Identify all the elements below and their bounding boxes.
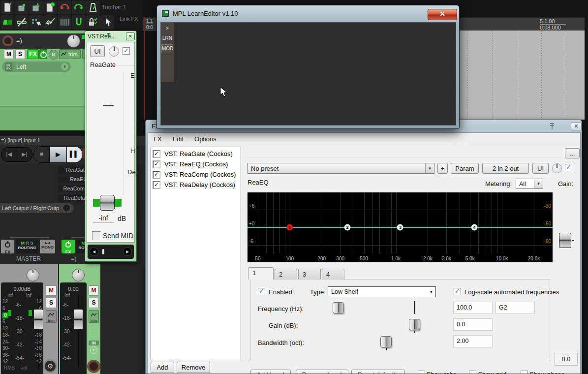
add-fx-button[interactable]: Add — [151, 362, 174, 373]
send-knob[interactable] — [62, 204, 71, 212]
pause-button[interactable]: ▌▌ — [66, 147, 82, 162]
fx-chain-item[interactable]: ✓VST: ReaDelay (Cockos) — [151, 180, 241, 190]
track-env-button[interactable]: ⌐ — [89, 327, 99, 337]
mpl-sidebar-lrn[interactable]: LRN — [161, 34, 173, 42]
play-button[interactable]: ▶ — [49, 147, 66, 162]
snap-button[interactable] — [72, 15, 86, 29]
metering-combo[interactable]: All▼ — [516, 179, 543, 189]
mpl-sidebar-[interactable]: > — [161, 25, 173, 32]
master-mono-button[interactable]: ▶◀ MONO — [40, 240, 55, 253]
show-phase-checkbox[interactable] — [521, 371, 528, 374]
fx-enabled-checkbox[interactable]: ✓ — [153, 161, 160, 168]
fx-chain-item[interactable]: ✓VST: ReaGate (Cockos) — [151, 149, 241, 159]
track-strip-label[interactable]: =) — [62, 255, 86, 262]
track-input-button[interactable]: IN ▼ — [89, 341, 99, 358]
fx-enabled-checkbox[interactable]: ✓ — [153, 151, 160, 157]
send-midi-checkbox[interactable] — [92, 231, 101, 240]
eq-band-handle[interactable]: 3 — [397, 224, 403, 231]
fx-chain-item[interactable]: ✓VST: ReaEQ (Cockos) — [151, 159, 241, 169]
channel-row[interactable]: INFX Left ▼ — [2, 62, 71, 72]
more-button[interactable]: ... — [565, 148, 580, 158]
scroll-left-icon[interactable]: ◀ — [90, 247, 98, 256]
track-pan-knob[interactable] — [72, 269, 85, 281]
track-name[interactable]: =) — [16, 37, 22, 44]
stop-button[interactable]: ■ — [34, 147, 49, 162]
toolbar-1-button[interactable]: Toolbar 1 — [102, 4, 126, 11]
mpl-titlebar[interactable]: MPL LearnEditor v1.10 ✕ — [157, 5, 459, 22]
remove-fx-button[interactable]: Remove — [177, 362, 210, 373]
undo-button[interactable] — [58, 0, 71, 14]
scroll-thumb[interactable] — [102, 249, 104, 254]
eq-band-handle[interactable]: 2 — [344, 224, 351, 231]
pointer-button[interactable] — [100, 15, 114, 29]
io-button[interactable]: 2 in 2 out — [482, 163, 529, 174]
show-grid-checkbox[interactable] — [469, 371, 476, 374]
vst-float-titlebar[interactable]: VST:Rea... ✕ — [85, 31, 136, 42]
menu-options[interactable]: Options — [194, 135, 217, 143]
metronome-button[interactable] — [86, 0, 100, 14]
trim-envelope-button[interactable]: trim — [59, 49, 81, 59]
close-button[interactable]: ✕ — [126, 32, 135, 40]
bandwidth-value-field[interactable]: 2.00 — [453, 335, 493, 347]
mpl-sidebar-mod[interactable]: MOD — [161, 44, 173, 53]
band-gain-value-field[interactable]: 0.0 — [453, 318, 493, 331]
fx-chain-item[interactable]: ✓VST: ReaComp (Cockos) — [151, 169, 241, 180]
frequency-slider[interactable] — [333, 302, 344, 313]
track-volume-fader[interactable] — [73, 309, 83, 330]
redo-button[interactable] — [72, 0, 86, 14]
lock-button[interactable] — [86, 15, 100, 29]
output-gain-field[interactable]: 0.0 — [555, 353, 578, 366]
fx-button[interactable]: FX — [27, 49, 39, 59]
add-band-button[interactable]: Add band — [250, 370, 291, 374]
save-project-button[interactable] — [29, 0, 43, 14]
band-tab-3[interactable]: 3 — [298, 269, 321, 279]
master-volume-fader[interactable] — [33, 309, 43, 330]
menu-fx[interactable]: FX — [154, 135, 162, 143]
gate-value-field[interactable]: -inf — [93, 214, 114, 223]
grid-edit-button[interactable] — [29, 15, 43, 29]
output-route-row[interactable]: Left Output / Right Outp — [0, 203, 74, 213]
ripple-edit-button[interactable] — [15, 15, 29, 29]
save-preset-button[interactable]: + — [437, 163, 448, 174]
scroll-right-icon[interactable]: ▶ — [123, 247, 132, 256]
mute-button[interactable]: M — [4, 49, 14, 59]
phase-button[interactable]: ø — [49, 50, 59, 60]
reset-defaults-button[interactable]: Reset defaults — [351, 370, 405, 374]
frequency-value-field[interactable]: 100.0 — [453, 302, 493, 314]
record-arm-button[interactable] — [2, 35, 13, 46]
track-mute-button[interactable]: M — [89, 285, 99, 296]
preset-combo[interactable]: No preset▼ — [248, 163, 434, 174]
master-settings-button[interactable]: ⚙ — [43, 359, 57, 373]
master-pan-knob[interactable] — [27, 269, 39, 281]
previous-button[interactable]: |◀ — [1, 148, 17, 161]
band-gain-slider[interactable] — [409, 319, 420, 330]
frequency-note-field[interactable]: G2 — [495, 302, 535, 314]
open-project-button[interactable] — [15, 0, 29, 14]
next-button[interactable]: ▶| — [17, 148, 32, 161]
show-tabs-checkbox[interactable] — [418, 371, 425, 374]
fx-enabled-checkbox[interactable]: ✓ — [153, 171, 160, 178]
media-item-button[interactable] — [0, 15, 14, 29]
output-gain-fader[interactable] — [559, 233, 571, 248]
track-volume-readout[interactable]: 0.00 — [60, 286, 87, 292]
master-strip-label[interactable]: MASTER — [5, 255, 52, 262]
track-fx-button[interactable]: FX — [62, 240, 75, 253]
eq-graph[interactable]: +6+0-6-30-60-90501002003005001.0k2.0k3.0… — [248, 192, 553, 262]
new-project-button[interactable] — [0, 0, 14, 14]
plugin-enabled-checkbox[interactable]: ✓ — [123, 47, 130, 55]
pin-icon[interactable] — [549, 123, 555, 130]
close-button[interactable]: ✕ — [571, 122, 582, 130]
band-tab-2[interactable]: 2 — [275, 269, 297, 279]
chevron-down-icon[interactable]: ▼ — [425, 163, 434, 173]
band-tab-1[interactable]: 1 — [248, 267, 274, 280]
track-trim-button[interactable]: trim — [89, 310, 99, 323]
close-button[interactable]: ✕ — [428, 9, 457, 20]
eq-band-handle[interactable]: 4 — [471, 224, 478, 231]
master-fx-button[interactable]: FX — [1, 240, 14, 253]
master-mute-button[interactable]: M — [46, 285, 57, 296]
solo-button[interactable]: S — [15, 49, 25, 59]
project-info-button[interactable]: i — [43, 0, 57, 14]
chevron-down-icon[interactable]: ▼ — [427, 287, 435, 297]
master-trim-button[interactable]: trim — [46, 310, 57, 323]
chevron-down-icon[interactable]: ▼ — [534, 179, 543, 188]
